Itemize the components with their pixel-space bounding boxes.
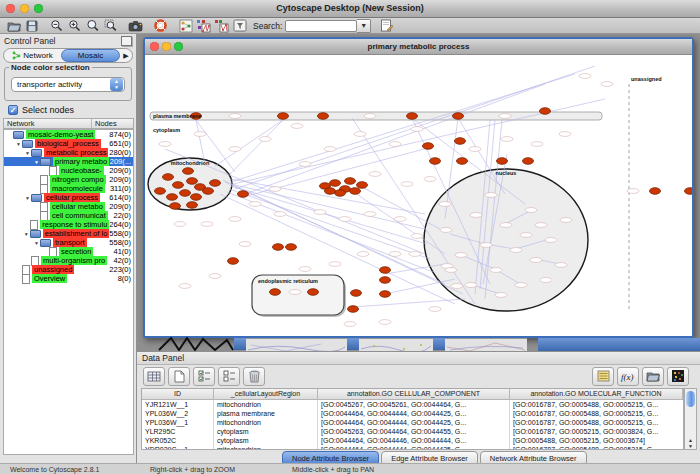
tree-row[interactable]: ▼biological_process651(0)	[4, 139, 133, 148]
column-header[interactable]: annotation.GO CELLULAR_COMPONENT	[318, 389, 510, 399]
background-window-fragment[interactable]	[246, 338, 347, 351]
node-label-oval[interactable]	[389, 252, 401, 257]
network-node[interactable]	[345, 178, 356, 185]
background-window-titlebar-fragment[interactable]	[234, 338, 246, 350]
node-label-oval[interactable]	[455, 253, 467, 258]
layout-edges-button[interactable]	[213, 19, 230, 33]
tab-mosaic[interactable]: Mosaic	[61, 49, 120, 62]
network-node[interactable]	[380, 267, 391, 274]
network-node[interactable]	[540, 108, 551, 115]
network-edge[interactable]	[229, 189, 430, 259]
network-node[interactable]	[155, 188, 166, 195]
node-label-oval[interactable]	[209, 274, 221, 279]
tree-row[interactable]: response to stimulu264(0)	[4, 220, 133, 229]
network-node[interactable]	[497, 158, 508, 165]
node-label-oval[interactable]	[314, 210, 326, 215]
network-node[interactable]	[270, 289, 281, 296]
node-label-oval[interactable]	[601, 82, 613, 87]
network-node[interactable]	[173, 182, 184, 189]
table-row[interactable]: YLR295Ccytoplasm[GO:0045263, GO:0044464,…	[142, 427, 683, 436]
network-node[interactable]	[351, 290, 362, 297]
node-label-oval[interactable]	[324, 147, 336, 152]
network-node[interactable]	[210, 180, 221, 187]
window-close-button[interactable]	[150, 42, 159, 51]
node-label-oval[interactable]	[369, 172, 381, 177]
network-node[interactable]	[170, 203, 181, 210]
network-node[interactable]	[650, 188, 661, 195]
node-label-oval[interactable]	[535, 223, 547, 228]
control-panel-float-icon[interactable]	[121, 36, 132, 46]
node-label-oval[interactable]	[540, 278, 552, 283]
node-label-oval[interactable]	[194, 132, 206, 137]
network-node[interactable]	[453, 113, 464, 120]
node-label-oval[interactable]	[470, 213, 482, 218]
background-window-titlebar-fragment[interactable]	[433, 338, 445, 350]
network-node[interactable]	[457, 158, 468, 165]
node-label-oval[interactable]	[510, 248, 522, 253]
network-node[interactable]	[380, 277, 391, 284]
node-label-oval[interactable]	[559, 132, 571, 137]
tree-expand-arrow[interactable]: ▼	[24, 195, 31, 201]
tree-row[interactable]: cellular metabo209(0)	[4, 202, 133, 211]
node-label-oval[interactable]	[429, 307, 441, 312]
node-label-oval[interactable]	[627, 189, 639, 194]
node-label-oval[interactable]	[174, 222, 186, 227]
node-label-oval[interactable]	[451, 284, 463, 289]
column-header[interactable]: _cellularLayoutRegion	[214, 389, 318, 399]
node-label-oval[interactable]	[339, 217, 351, 222]
network-node[interactable]	[335, 190, 346, 197]
node-label-oval[interactable]	[560, 218, 572, 223]
node-label-oval[interactable]	[424, 177, 436, 182]
network-node[interactable]	[238, 191, 249, 198]
zoom-in-button[interactable]	[66, 19, 83, 33]
attribute-table-button[interactable]	[143, 367, 165, 386]
node-label-oval[interactable]	[229, 114, 241, 119]
column-header[interactable]: annotation.GO MOLECULAR_FUNCTION	[510, 389, 683, 399]
node-label-oval[interactable]	[299, 162, 311, 167]
network-node[interactable]	[203, 188, 214, 195]
network-edge[interactable]	[353, 299, 465, 307]
tab-overflow-arrow[interactable]: ▶	[120, 49, 132, 62]
close-button[interactable]	[6, 4, 15, 13]
zoom-out-button[interactable]	[48, 19, 65, 33]
node-label-oval[interactable]	[530, 258, 542, 263]
layout-nodes-button[interactable]	[195, 19, 212, 33]
column-header[interactable]: ID	[142, 389, 214, 399]
network-canvas[interactable]: plasma membranecytoplasmmitochondrionnuc…	[145, 54, 692, 336]
function-builder-button[interactable]: f(x)	[617, 367, 639, 386]
node-label-oval[interactable]	[299, 267, 311, 272]
node-label-oval[interactable]	[229, 147, 241, 152]
table-row[interactable]: YJR121W__1mitochondrion[GO:0045267, GO:0…	[142, 400, 683, 409]
node-label-oval[interactable]	[411, 127, 423, 132]
node-label-oval[interactable]	[357, 252, 369, 257]
window-zoom-button[interactable]	[174, 42, 183, 51]
node-label-oval[interactable]	[579, 74, 591, 79]
node-label-oval[interactable]	[379, 320, 391, 325]
scrollbar-arrows[interactable]: ▲▼	[685, 437, 696, 449]
tree-expand-arrow[interactable]: ▼	[33, 159, 40, 165]
node-label-oval[interactable]	[389, 142, 401, 147]
node-label-oval[interactable]	[500, 223, 512, 228]
node-label-oval[interactable]	[364, 114, 376, 119]
zoom-fit-button[interactable]	[84, 19, 101, 33]
network-node[interactable]	[523, 158, 534, 165]
node-label-oval[interactable]	[354, 132, 366, 137]
import-attributes-button[interactable]	[642, 367, 664, 386]
node-label-oval[interactable]	[515, 283, 527, 288]
open-button[interactable]	[5, 19, 22, 33]
node-label-oval[interactable]	[465, 283, 477, 288]
network-node[interactable]	[167, 194, 178, 201]
node-label-oval[interactable]	[445, 268, 457, 273]
network-node[interactable]	[187, 202, 198, 209]
node-label-oval[interactable]	[501, 137, 513, 142]
network-node[interactable]	[423, 143, 434, 150]
node-label-oval[interactable]	[344, 322, 356, 327]
node-label-oval[interactable]	[555, 263, 567, 268]
overview-window-fragment[interactable]	[157, 337, 235, 351]
node-label-oval[interactable]	[469, 147, 481, 152]
background-window-titlebar-fragment[interactable]	[538, 338, 700, 351]
node-label-oval[interactable]	[439, 202, 451, 207]
network-node[interactable]	[455, 138, 466, 145]
tree-row[interactable]: ▼establishment of lo558(0)	[4, 229, 133, 238]
node-label-oval[interactable]	[289, 290, 301, 295]
